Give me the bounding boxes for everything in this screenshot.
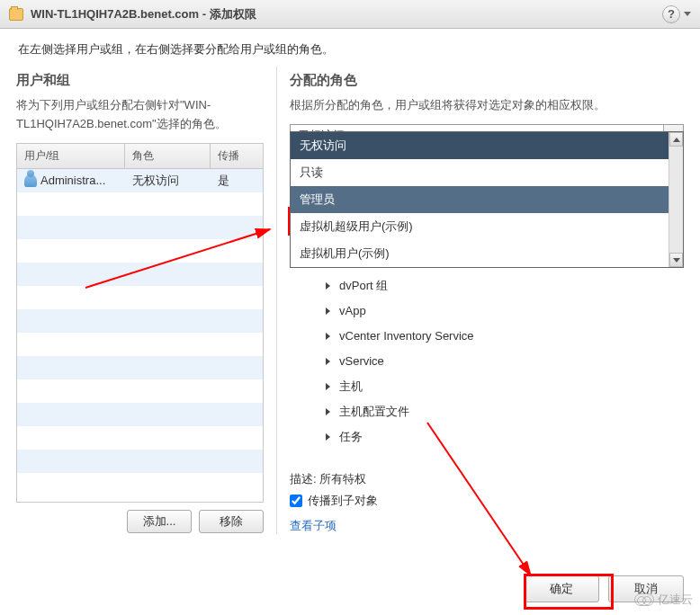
chevron-right-icon (326, 383, 330, 390)
window-title: WIN-TL1HQIH7A2B.benet.com - 添加权限 (31, 6, 256, 22)
users-table: 用户/组 角色 传播 Administra... 无权访问 是 (16, 143, 264, 503)
role-option[interactable]: 管理员 (291, 186, 683, 213)
cell-user: Administra... (40, 174, 105, 187)
role-option[interactable]: 虚拟机用户(示例) (291, 240, 683, 267)
tree-node[interactable]: 任务 (326, 424, 684, 450)
table-header: 用户/组 角色 传播 (17, 144, 263, 169)
ok-button[interactable]: 确定 (524, 575, 599, 602)
role-dropdown-list: 无权访问 只读 管理员 虚拟机超级用户(示例) 虚拟机用户(示例) (290, 131, 684, 268)
users-groups-panel: 用户和组 将为下列用户或组分配右侧针对"WIN-TL1HQIH7A2B.bene… (16, 67, 277, 534)
chevron-right-icon (326, 282, 330, 290)
folder-icon (9, 8, 23, 21)
table-row[interactable]: Administra... 无权访问 是 (17, 169, 263, 192)
privilege-tree: dvPort 组 vApp vCenter Inventory Service … (290, 273, 684, 450)
titlebar: WIN-TL1HQIH7A2B.benet.com - 添加权限 ? (0, 0, 700, 29)
tree-node[interactable]: vApp (326, 299, 684, 324)
role-description: 根据所分配的角色，用户或组将获得对选定对象的相应权限。 (290, 96, 684, 115)
dropdown-scrollbar[interactable] (669, 132, 683, 267)
table-body: Administra... 无权访问 是 (17, 169, 263, 502)
tree-node[interactable]: dvPort 组 (326, 273, 684, 299)
role-option[interactable]: 只读 (291, 159, 683, 186)
help-dropdown-icon[interactable] (684, 12, 691, 16)
view-children-link[interactable]: 查看子项 (290, 518, 337, 534)
chevron-right-icon (326, 308, 330, 315)
tree-node[interactable]: 主机 (326, 374, 684, 399)
scroll-up-icon[interactable] (669, 132, 683, 147)
role-heading: 分配的角色 (290, 72, 684, 89)
propagate-checkbox[interactable]: 传播到子对象 (290, 493, 684, 509)
privilege-description: 描述: 所有特权 (290, 471, 684, 487)
add-button[interactable]: 添加... (127, 510, 192, 533)
cell-role: 无权访问 (125, 173, 211, 189)
col-propagate[interactable]: 传播 (211, 144, 263, 168)
users-heading: 用户和组 (16, 72, 264, 89)
chevron-right-icon (326, 333, 330, 340)
remove-button[interactable]: 移除 (199, 510, 264, 533)
instruction-text: 在左侧选择用户或组，在右侧选择要分配给用户或组的角色。 (0, 29, 700, 67)
assigned-role-panel: 分配的角色 根据所分配的角色，用户或组将获得对选定对象的相应权限。 无权访问 无… (277, 67, 684, 534)
tree-node[interactable]: vService (326, 349, 684, 374)
col-user[interactable]: 用户/组 (17, 144, 125, 168)
chevron-right-icon (326, 433, 330, 441)
scroll-down-icon[interactable] (669, 253, 683, 267)
chevron-right-icon (326, 358, 330, 365)
watermark: 亿速云 (634, 592, 693, 608)
role-option[interactable]: 虚拟机超级用户(示例) (291, 213, 683, 240)
user-icon (24, 174, 37, 187)
chevron-right-icon (326, 408, 330, 415)
tree-node[interactable]: vCenter Inventory Service (326, 324, 684, 349)
col-role[interactable]: 角色 (125, 144, 211, 168)
watermark-icon (634, 593, 654, 606)
tree-node[interactable]: 主机配置文件 (326, 399, 684, 424)
users-description: 将为下列用户或组分配右侧针对"WIN-TL1HQIH7A2B.benet.com… (16, 96, 264, 134)
cell-prop: 是 (211, 173, 263, 189)
propagate-input[interactable] (290, 495, 302, 507)
help-icon[interactable]: ? (662, 5, 680, 23)
role-option[interactable]: 无权访问 (291, 132, 683, 159)
